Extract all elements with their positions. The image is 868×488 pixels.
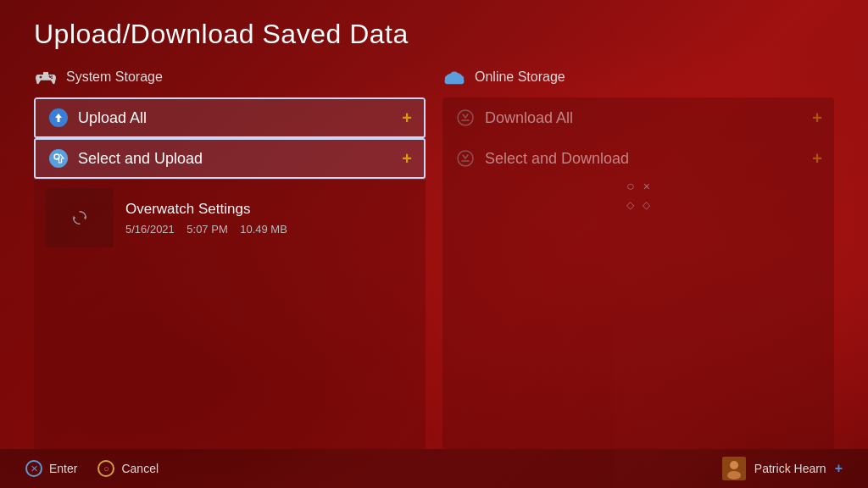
system-storage-body: Upload All + Select and Upload [34, 97, 426, 449]
enter-button[interactable]: ✕ Enter [25, 460, 77, 477]
online-storage-body: Download All + Select and Download + [442, 97, 834, 449]
upload-all-icon [47, 107, 70, 129]
ps-buttons-cluster: ○ × ◇ ◇ [626, 179, 650, 211]
select-upload-plus: + [402, 149, 412, 169]
main-area: System Storage Upload All + [0, 65, 868, 449]
right-panel: Online Storage Download All + [442, 65, 834, 449]
svg-point-3 [51, 75, 53, 77]
select-download-plus: + [812, 149, 822, 169]
select-upload-item[interactable]: Select and Upload + [34, 138, 426, 179]
download-all-item[interactable]: Download All + [442, 97, 834, 138]
select-upload-icon [47, 147, 70, 169]
select-download-label: Select and Download [485, 150, 812, 168]
system-storage-header: System Storage [34, 65, 426, 89]
empty-state: ○ × ◇ ◇ [442, 179, 834, 211]
game-meta: 5/16/2021 5:07 PM 10.49 MB [125, 223, 414, 236]
game-info: Overwatch Settings 5/16/2021 5:07 PM 10.… [125, 201, 414, 236]
footer: ✕ Enter ○ Cancel Patrick Hearn + [0, 449, 868, 488]
svg-marker-8 [74, 216, 75, 220]
user-name: Patrick Hearn [754, 462, 826, 475]
cancel-label: Cancel [121, 462, 159, 475]
download-all-label: Download All [485, 109, 812, 127]
svg-point-19 [730, 461, 738, 469]
triangle-symbol: ◇ [643, 199, 650, 211]
online-storage-title: Online Storage [475, 69, 565, 85]
footer-right: Patrick Hearn + [722, 457, 843, 480]
user-avatar [722, 457, 746, 480]
cancel-button[interactable]: ○ Cancel [97, 460, 159, 477]
square-symbol: ◇ [626, 199, 634, 211]
game-thumbnail [46, 188, 114, 247]
circle-symbol: ○ [626, 179, 635, 194]
page-title: Upload/Download Saved Data [34, 19, 834, 50]
svg-point-20 [727, 471, 741, 480]
svg-point-5 [49, 75, 51, 77]
select-download-icon [454, 147, 476, 169]
plus-badge: + [835, 461, 843, 476]
system-storage-title: System Storage [66, 69, 163, 85]
cloud-icon [442, 65, 466, 89]
online-storage-header: Online Storage [442, 65, 834, 89]
upload-all-item[interactable]: Upload All + [34, 97, 426, 138]
cross-button-icon: ✕ [25, 460, 42, 477]
svg-marker-7 [84, 216, 86, 220]
download-all-plus: + [812, 108, 822, 128]
game-time: 5:07 PM [186, 223, 227, 236]
upload-all-label: Upload All [78, 109, 402, 127]
game-entry[interactable]: Overwatch Settings 5/16/2021 5:07 PM 10.… [34, 179, 426, 256]
sync-icon [70, 208, 89, 227]
upload-all-plus: + [402, 108, 412, 128]
download-all-icon [454, 107, 476, 129]
cross-symbol: × [643, 180, 650, 193]
svg-rect-13 [445, 79, 465, 85]
game-date: 5/16/2021 [125, 223, 175, 236]
header: Upload/Download Saved Data [0, 0, 868, 65]
enter-label: Enter [49, 462, 77, 475]
game-title: Overwatch Settings [125, 201, 414, 218]
game-size: 10.49 MB [240, 223, 287, 236]
select-download-item[interactable]: Select and Download + [442, 138, 834, 179]
left-panel: System Storage Upload All + [34, 65, 426, 449]
controller-icon [34, 65, 58, 89]
footer-left: ✕ Enter ○ Cancel [25, 460, 159, 477]
svg-rect-1 [40, 76, 42, 79]
circle-button-icon: ○ [97, 460, 114, 477]
svg-point-4 [51, 77, 53, 79]
select-upload-label: Select and Upload [78, 150, 402, 168]
